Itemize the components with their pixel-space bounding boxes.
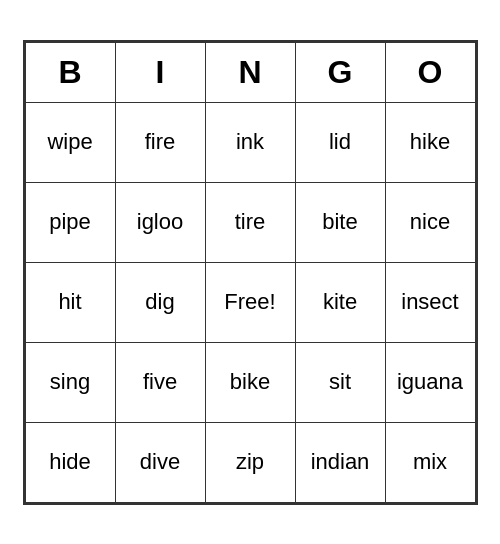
bingo-cell-2-0: hit [25, 262, 115, 342]
bingo-cell-2-3: kite [295, 262, 385, 342]
bingo-cell-2-4: insect [385, 262, 475, 342]
bingo-cell-3-2: bike [205, 342, 295, 422]
bingo-cell-0-3: lid [295, 102, 385, 182]
bingo-cell-4-0: hide [25, 422, 115, 502]
bingo-cell-1-4: nice [385, 182, 475, 262]
bingo-row-3: singfivebikesitiguana [25, 342, 475, 422]
header-cell-i: I [115, 42, 205, 102]
bingo-table: BINGO wipefireinklidhikepipeiglootirebit… [25, 42, 476, 503]
header-cell-o: O [385, 42, 475, 102]
bingo-cell-3-1: five [115, 342, 205, 422]
bingo-card: BINGO wipefireinklidhikepipeiglootirebit… [23, 40, 478, 505]
bingo-cell-3-3: sit [295, 342, 385, 422]
bingo-cell-1-0: pipe [25, 182, 115, 262]
bingo-cell-1-1: igloo [115, 182, 205, 262]
bingo-cell-1-2: tire [205, 182, 295, 262]
bingo-cell-2-1: dig [115, 262, 205, 342]
header-cell-n: N [205, 42, 295, 102]
header-cell-b: B [25, 42, 115, 102]
bingo-cell-0-1: fire [115, 102, 205, 182]
header-row: BINGO [25, 42, 475, 102]
bingo-row-0: wipefireinklidhike [25, 102, 475, 182]
bingo-cell-0-2: ink [205, 102, 295, 182]
bingo-cell-4-1: dive [115, 422, 205, 502]
bingo-cell-2-2: Free! [205, 262, 295, 342]
bingo-cell-0-4: hike [385, 102, 475, 182]
bingo-cell-4-3: indian [295, 422, 385, 502]
header-cell-g: G [295, 42, 385, 102]
bingo-row-2: hitdigFree!kiteinsect [25, 262, 475, 342]
bingo-cell-4-4: mix [385, 422, 475, 502]
bingo-cell-4-2: zip [205, 422, 295, 502]
bingo-cell-3-0: sing [25, 342, 115, 422]
bingo-cell-1-3: bite [295, 182, 385, 262]
bingo-row-1: pipeiglootirebitenice [25, 182, 475, 262]
bingo-row-4: hidedivezipindianmix [25, 422, 475, 502]
bingo-cell-3-4: iguana [385, 342, 475, 422]
bingo-cell-0-0: wipe [25, 102, 115, 182]
